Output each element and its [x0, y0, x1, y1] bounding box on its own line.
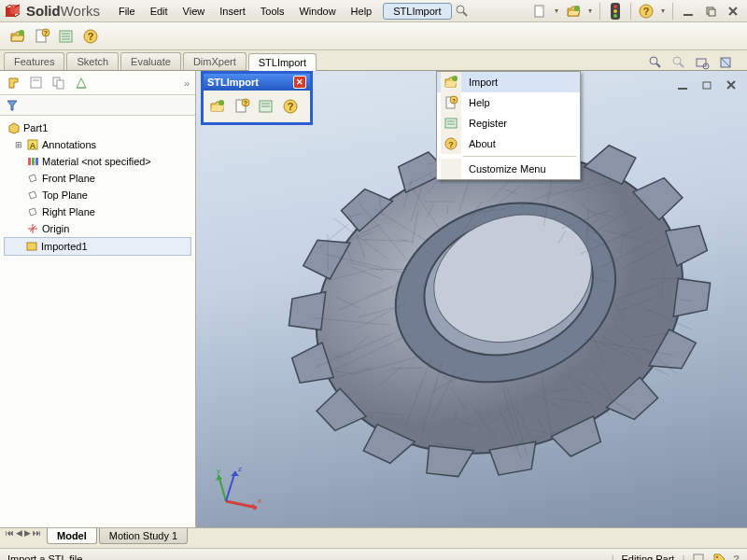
graphics-viewport[interactable]: STLImport ✕ ? ? Import ? Help Regist [196, 71, 747, 527]
help-bubble-icon[interactable]: ? [80, 26, 101, 47]
origin-icon [26, 222, 39, 235]
svg-text:?: ? [448, 140, 454, 149]
stlimport-dropdown-menu: Import ? Help Register ? About Customize… [436, 71, 581, 180]
close-icon[interactable] [721, 75, 741, 95]
tree-origin[interactable]: Origin [4, 220, 191, 237]
menu-file[interactable]: File [111, 3, 143, 20]
tab-last-icon[interactable]: ⏭ [33, 528, 41, 538]
viewport-window-controls [672, 75, 741, 95]
tab-next-icon[interactable]: ▶ [24, 528, 31, 538]
zoom-fit-icon[interactable] [645, 52, 666, 73]
chevron-down-icon[interactable]: ▾ [585, 7, 595, 15]
svg-point-7 [613, 5, 617, 8]
section-view-icon[interactable] [715, 52, 736, 73]
zoom-area-icon[interactable] [669, 52, 689, 73]
help-icon[interactable]: ? [636, 1, 656, 21]
separator [672, 3, 673, 20]
menu-edit[interactable]: Edit [143, 3, 176, 20]
tab-prev-icon[interactable]: ◀ [16, 528, 22, 538]
property-tab-icon[interactable] [26, 73, 47, 93]
chevron-down-icon[interactable]: ▾ [658, 7, 668, 15]
svg-rect-35 [57, 80, 63, 89]
menu-window[interactable]: Window [291, 3, 343, 20]
svg-rect-40 [32, 158, 35, 165]
tree-imported[interactable]: Imported1 [4, 237, 191, 256]
open-folder-icon[interactable] [7, 26, 28, 47]
svg-rect-45 [27, 243, 36, 250]
menu-item-import[interactable]: Import [437, 72, 580, 92]
svg-line-26 [656, 63, 660, 67]
menu-label: Customize Menu [469, 163, 546, 175]
menu-item-about[interactable]: ? About [437, 133, 580, 154]
tab-features[interactable]: Features [4, 52, 64, 70]
tree-material[interactable]: Material <not specified> [4, 153, 191, 170]
tree-annotations[interactable]: ⊞AAnnotations [4, 136, 191, 153]
close-icon[interactable]: ✕ [293, 76, 306, 89]
minimize-icon[interactable] [672, 75, 693, 95]
tag-icon[interactable] [712, 553, 726, 561]
menu-insert[interactable]: Insert [212, 3, 253, 20]
prev-view-icon[interactable] [692, 52, 712, 73]
restore-icon[interactable] [697, 75, 717, 95]
svg-text:?: ? [452, 98, 456, 104]
open-folder-icon[interactable] [207, 96, 228, 117]
minimize-icon[interactable] [678, 1, 698, 21]
menu-tools[interactable]: Tools [253, 3, 292, 20]
tree-root[interactable]: Part1 [4, 119, 191, 136]
tab-dimxpert[interactable]: DimXpert [183, 52, 247, 70]
separator: | [682, 553, 684, 561]
search-icon[interactable] [454, 3, 471, 20]
svg-point-8 [613, 9, 617, 13]
brand-light: Works [61, 3, 100, 19]
question-icon[interactable]: ? [733, 553, 740, 561]
traffic-light-icon[interactable] [605, 1, 626, 21]
expand-plus-icon[interactable]: ⊞ [15, 136, 23, 153]
tree-label: Part1 [23, 119, 48, 136]
restore-icon[interactable] [700, 1, 721, 21]
unit-system-icon[interactable] [692, 553, 705, 561]
menu-view[interactable]: View [176, 3, 213, 20]
svg-text:?: ? [44, 30, 48, 36]
annotation-icon: A [26, 138, 39, 151]
tab-sketch[interactable]: Sketch [66, 52, 119, 70]
app-brand: SolidWorks [26, 3, 100, 19]
stlimport-panel-titlebar[interactable]: STLImport ✕ [204, 74, 310, 91]
bottom-tab-model[interactable]: Model [47, 528, 97, 544]
tab-first-icon[interactable]: ⏮ [6, 528, 14, 538]
menu-item-register[interactable]: Register [437, 113, 580, 133]
featuremanager-tab-icon[interactable] [4, 73, 24, 93]
close-icon[interactable] [723, 1, 743, 21]
feature-tree[interactable]: Part1 ⊞AAnnotations Material <not specif… [0, 116, 195, 527]
filter-icon[interactable] [6, 99, 19, 112]
tree-front-plane[interactable]: Front Plane [4, 170, 191, 187]
body-area: » Part1 ⊞AAnnotations Material <not spec… [0, 71, 747, 527]
secondary-toolbar: ? ? [0, 22, 747, 50]
bottom-tab-motion[interactable]: Motion Study 1 [99, 528, 188, 544]
expand-icon[interactable]: » [184, 77, 190, 89]
tree-top-plane[interactable]: Top Plane [4, 187, 191, 203]
config-tab-icon[interactable] [49, 73, 69, 93]
status-right: | Editing Part | ? [612, 553, 740, 561]
options-help-icon[interactable]: ? [232, 96, 252, 117]
menu-label: Help [469, 97, 490, 108]
tree-right-plane[interactable]: Right Plane [4, 203, 191, 220]
tab-evaluate[interactable]: Evaluate [120, 52, 181, 70]
dimxpert-tab-icon[interactable] [71, 73, 92, 93]
options-icon[interactable]: ? [32, 26, 52, 47]
menu-help[interactable]: Help [344, 3, 380, 20]
chevron-down-icon[interactable]: ▾ [552, 7, 561, 15]
svg-text:A: A [30, 141, 36, 150]
svg-rect-12 [684, 14, 693, 16]
svg-text:?: ? [643, 6, 650, 17]
menu-stlimport[interactable]: STLImport [383, 3, 451, 20]
separator [599, 3, 600, 20]
new-doc-icon[interactable] [529, 1, 550, 21]
brand-bold: Solid [26, 3, 61, 19]
list-icon[interactable] [56, 26, 77, 47]
open-folder-icon [441, 72, 461, 92]
menu-item-help[interactable]: ? Help [437, 92, 580, 113]
menu-item-customize[interactable]: Customize Menu [437, 159, 580, 179]
main-menubar: SolidWorks File Edit View Insert Tools W… [0, 0, 747, 22]
open-folder-icon[interactable] [563, 1, 584, 21]
tab-stlimport[interactable]: STLImport [248, 53, 317, 71]
